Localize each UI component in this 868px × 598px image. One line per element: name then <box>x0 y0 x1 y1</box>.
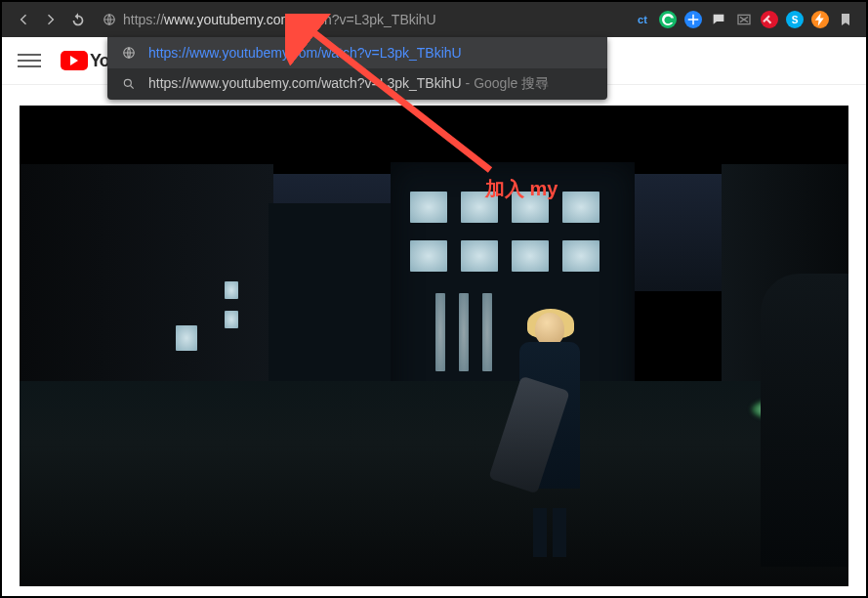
ext-red[interactable] <box>761 11 778 28</box>
bookmark-icon <box>838 12 853 27</box>
extension-tray: ct S <box>634 11 858 28</box>
ext-grammarly[interactable] <box>659 11 677 28</box>
globe-icon <box>103 13 116 26</box>
slash-icon <box>761 11 778 28</box>
plus-icon <box>684 11 702 28</box>
ext-plus[interactable] <box>684 11 702 28</box>
forward-button[interactable] <box>37 6 64 33</box>
image-x-icon <box>736 12 752 27</box>
video-subject-woman <box>498 313 605 557</box>
globe-icon <box>119 46 139 60</box>
annotation-prefix: 加入 <box>485 178 530 199</box>
suggestion-text: https://www.youtubemy.com/watch?v=L3pk_T… <box>148 45 462 61</box>
youtube-play-icon <box>61 51 88 70</box>
address-bar[interactable]: https://www.youtubemy.com/watch?v=L3pk_T… <box>96 6 630 33</box>
reload-button[interactable] <box>64 6 92 33</box>
site-info-button[interactable] <box>96 13 123 26</box>
ext-video[interactable] <box>735 11 753 28</box>
hamburger-icon <box>18 54 41 56</box>
video-player[interactable] <box>20 106 848 586</box>
bolt-icon <box>811 11 829 28</box>
url-path: /watch?v=L3pk_TBkihU <box>292 12 435 27</box>
ext-orange[interactable] <box>811 11 829 28</box>
search-icon <box>119 77 139 91</box>
video-frame-still <box>20 106 848 586</box>
back-button[interactable] <box>10 6 37 33</box>
chat-icon <box>711 12 726 27</box>
browser-toolbar: https://www.youtubemy.com/watch?v=L3pk_T… <box>2 2 866 37</box>
omnibox-suggestion-search[interactable]: https://www.youtubemy.com/watch?v=L3pk_T… <box>107 68 607 100</box>
url-host: www.youtubemy.com <box>164 12 292 27</box>
omnibox-suggestion-url[interactable]: https://www.youtubemy.com/watch?v=L3pk_T… <box>107 37 607 68</box>
suggestion-text: https://www.youtubemy.com/watch?v=L3pk_T… <box>148 75 549 93</box>
arrow-right-icon <box>43 12 59 27</box>
svg-point-3 <box>124 79 131 86</box>
ext-chat[interactable] <box>710 11 727 28</box>
screenshot-frame: https://www.youtubemy.com/watch?v=L3pk_T… <box>0 0 868 598</box>
url-text[interactable]: https://www.youtubemy.com/watch?v=L3pk_T… <box>123 12 630 27</box>
ext-clip[interactable] <box>837 11 854 28</box>
omnibox-dropdown: https://www.youtubemy.com/watch?v=L3pk_T… <box>107 37 607 100</box>
ext-ct[interactable]: ct <box>634 11 651 28</box>
video-subject-man <box>761 274 848 567</box>
menu-button[interactable] <box>18 49 41 72</box>
reload-icon <box>70 12 86 27</box>
url-scheme: https:// <box>123 12 164 27</box>
annotation-label: 加入 my <box>485 176 558 202</box>
ext-skype[interactable]: S <box>786 11 804 28</box>
page-viewport: YouTube <box>2 37 866 596</box>
annotation-highlight: my <box>530 178 558 199</box>
arrow-left-icon <box>16 12 31 27</box>
grammarly-icon <box>659 11 677 28</box>
